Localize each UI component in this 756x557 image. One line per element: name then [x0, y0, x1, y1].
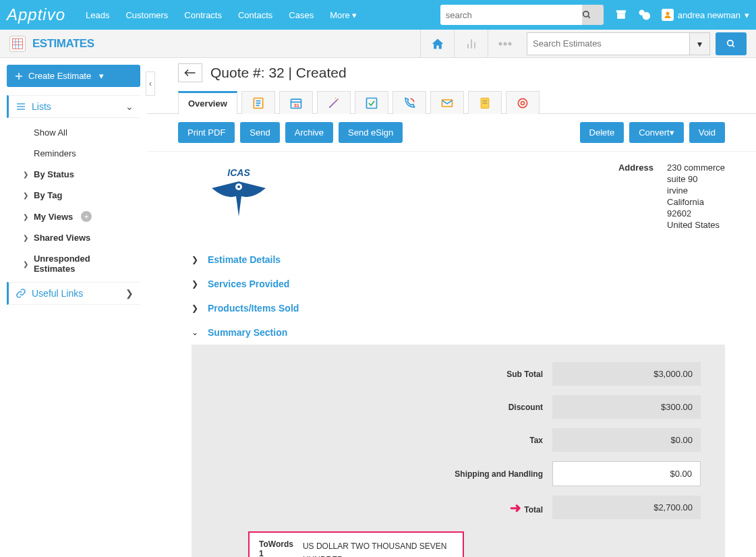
chevron-down-icon: ⌄ — [125, 101, 134, 112]
global-search-button[interactable] — [582, 5, 604, 25]
brand-logo[interactable]: Apptivo — [7, 5, 65, 24]
send-button[interactable]: Send — [240, 122, 279, 143]
chevron-right-icon: ❯ — [192, 279, 201, 289]
tab-calls[interactable] — [392, 91, 426, 114]
acc-services-provided[interactable]: ❯Services Provided — [192, 272, 725, 296]
svg-line-18 — [732, 45, 734, 47]
svg-point-34 — [335, 97, 336, 98]
svg-line-1 — [588, 16, 590, 18]
reports-tab-button[interactable] — [454, 30, 488, 58]
sidebar-item-show-all[interactable]: Show All — [16, 122, 140, 143]
action-bar: Print PDF Send Archive Send eSign Delete… — [147, 114, 756, 152]
svg-line-32 — [329, 100, 337, 108]
sidebar-item-shared-views[interactable]: ❯Shared Views — [16, 227, 140, 248]
store-icon[interactable] — [614, 8, 628, 22]
tax-value: $0.00 — [552, 428, 701, 452]
chevron-right-icon: ❯ — [192, 255, 201, 264]
more-tab-button[interactable] — [488, 30, 521, 58]
row-total: ➜Total $2,700.00 — [216, 496, 701, 519]
svg-point-33 — [337, 98, 339, 100]
acc-estimate-details[interactable]: ❯Estimate Details — [192, 247, 725, 272]
back-button[interactable] — [178, 63, 202, 82]
convert-button[interactable]: Convert▾ — [629, 122, 684, 143]
user-name: andrea newman — [678, 10, 740, 20]
page-title: Quote #: 32 | Created — [210, 65, 347, 81]
acc-products-sold[interactable]: ❯Products/Items Sold — [192, 296, 725, 320]
nav-customers[interactable]: Customers — [119, 6, 175, 24]
sidebar-item-by-tag[interactable]: ❯By Tag — [16, 185, 140, 206]
svg-point-0 — [583, 11, 589, 17]
user-menu[interactable]: andrea newman ▾ — [662, 9, 749, 21]
tab-email[interactable] — [430, 91, 464, 114]
content: ‹ Quote #: 32 | Created Overview 31 Prin… — [147, 58, 756, 557]
home-icon — [431, 37, 444, 51]
print-pdf-button[interactable]: Print PDF — [178, 122, 235, 143]
link-icon — [16, 288, 26, 299]
svg-point-16 — [508, 42, 511, 45]
nav-leads[interactable]: Leads — [79, 6, 116, 24]
tab-target[interactable] — [506, 91, 540, 114]
delete-button[interactable]: Delete — [580, 122, 624, 143]
tab-calendar[interactable]: 31 — [279, 91, 313, 114]
nav-contracts[interactable]: Contracts — [177, 6, 229, 24]
plus-icon — [15, 72, 23, 80]
chevron-down-icon: ⌄ — [192, 328, 201, 337]
sidebar-item-my-views[interactable]: ❯My Views+ — [16, 206, 140, 227]
tab-notes[interactable] — [241, 91, 275, 114]
chevron-down-icon: ▾ — [99, 71, 104, 81]
svg-text:ICAS: ICAS — [227, 167, 250, 178]
shipping-input[interactable]: $0.00 — [552, 461, 701, 486]
nav-contacts[interactable]: Contacts — [231, 6, 279, 24]
global-search — [440, 5, 604, 25]
tab-wand[interactable] — [317, 91, 351, 114]
send-esign-button[interactable]: Send eSign — [339, 122, 403, 143]
svg-point-17 — [728, 40, 733, 45]
nav-cases[interactable]: Cases — [282, 6, 320, 24]
sidebar-item-by-status[interactable]: ❯By Status — [16, 164, 140, 185]
void-button[interactable]: Void — [689, 122, 725, 143]
chevron-down-icon: ▾ — [670, 127, 674, 138]
sidebar-lists-header[interactable]: Lists ⌄ — [7, 95, 140, 118]
check-icon — [365, 96, 378, 110]
chevron-right-icon: ❯ — [23, 260, 30, 268]
home-tab-button[interactable] — [420, 30, 454, 58]
sidebar-useful-links[interactable]: Useful Links ❯ — [7, 282, 140, 305]
acc-summary-section[interactable]: ⌄Summary Section — [192, 320, 725, 345]
app-search-dropdown[interactable]: ▾ — [689, 33, 709, 55]
discount-value: $300.00 — [552, 395, 701, 419]
search-icon — [582, 10, 591, 20]
app-search: ▾ — [527, 32, 710, 55]
nav-more[interactable]: More ▾ — [323, 6, 364, 24]
top-nav: Leads Customers Contracts Contacts Cases… — [79, 6, 440, 24]
bar-chart-icon — [465, 37, 478, 51]
wand-icon — [327, 96, 341, 110]
app-search-input[interactable] — [527, 33, 689, 55]
tab-document[interactable] — [468, 91, 502, 114]
app-icon — [9, 36, 26, 52]
ellipsis-icon — [498, 42, 512, 46]
towords-box: ToWords 1 US DOLLAR TWO THOUSAND SEVEN H… — [248, 531, 464, 557]
svg-rect-35 — [366, 98, 376, 108]
sidebar-item-reminders[interactable]: Reminders — [16, 143, 140, 164]
tab-overview[interactable]: Overview — [178, 91, 237, 114]
global-search-input[interactable] — [440, 5, 582, 25]
svg-point-40 — [518, 98, 527, 107]
tabs: Overview 31 — [147, 90, 756, 114]
notification-icon[interactable] — [637, 8, 651, 22]
top-icons — [614, 8, 651, 22]
app-search-button[interactable] — [716, 32, 747, 55]
create-estimate-label: Create Estimate — [28, 71, 91, 81]
create-estimate-button[interactable]: Create Estimate ▾ — [7, 65, 140, 87]
total-value: $2,700.00 — [552, 496, 701, 519]
row-discount: Discount $300.00 — [216, 395, 701, 419]
archive-button[interactable]: Archive — [285, 122, 333, 143]
app-header: ESTIMATES ▾ — [0, 30, 756, 58]
sidebar-collapse-handle[interactable]: ‹ — [146, 71, 155, 96]
address-lines: 230 commerce suite 90 irvine California … — [667, 163, 725, 231]
sidebar-item-unresponded[interactable]: ❯Unresponded Estimates — [16, 248, 140, 279]
add-view-icon[interactable]: + — [81, 211, 92, 222]
note-icon — [252, 96, 265, 110]
list-icon — [16, 101, 26, 112]
chevron-down-icon: ▾ — [745, 10, 749, 20]
tab-tasks[interactable] — [355, 91, 388, 114]
